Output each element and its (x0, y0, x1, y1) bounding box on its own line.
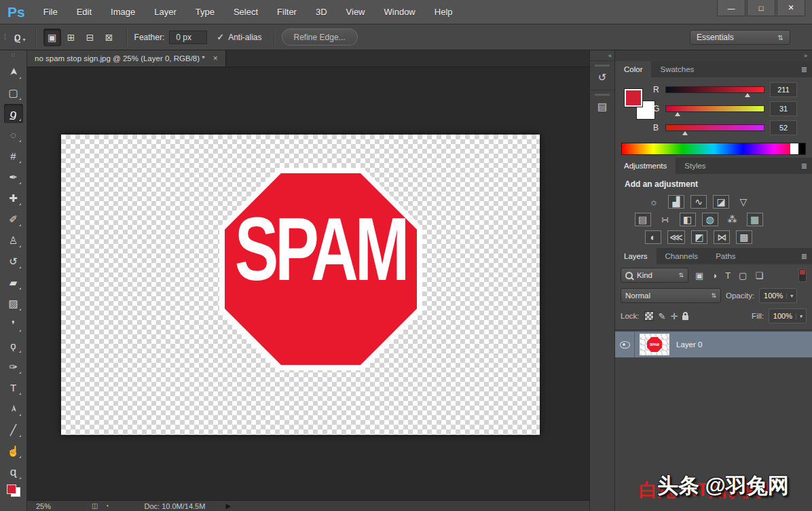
slider-track[interactable] (665, 86, 764, 93)
channel-value-field[interactable]: 211 (770, 82, 797, 97)
subtract-from-selection-mode[interactable]: ⊟ (81, 29, 99, 46)
gradient-tool[interactable]: ▨ (4, 294, 23, 313)
status-icon-a[interactable]: ◫ (92, 502, 98, 510)
panel-menu-icon[interactable]: ≣ (801, 65, 807, 74)
rectangular-marquee-tool[interactable]: ▢ (4, 83, 23, 102)
brush-tool[interactable]: ✐ (4, 209, 23, 228)
visibility-cell[interactable] (615, 332, 635, 357)
menu-filter[interactable]: Filter (277, 7, 297, 17)
panel-menu-icon[interactable]: ≣ (801, 252, 807, 261)
tab-adjustments[interactable]: Adjustments (615, 158, 676, 174)
menu-help[interactable]: Help (435, 7, 453, 17)
filter-kind-dropdown[interactable]: Kind ⇅ (621, 268, 688, 283)
menu-view[interactable]: View (346, 7, 365, 17)
fill-field[interactable]: 100% ▾ (769, 309, 807, 323)
clone-stamp-tool[interactable]: ♙ (4, 230, 23, 249)
expand-dock-icon[interactable]: « (590, 50, 614, 60)
tab-channels[interactable]: Channels (657, 248, 707, 264)
document-size-readout[interactable]: Doc: 10.0M/14.5M (145, 502, 206, 510)
levels-icon[interactable]: ▟ (668, 195, 684, 209)
line-tool[interactable]: ╱ (4, 420, 23, 439)
path-selection-tool[interactable]: ➢ (4, 399, 23, 418)
collapsed-history-panel-button[interactable]: ↺ (590, 60, 614, 90)
color-spectrum-ramp[interactable] (621, 143, 806, 155)
feather-input[interactable]: 0 px (169, 31, 207, 44)
document-tab[interactable]: no spam stop sign.jpg @ 25% (Layer 0, RG… (27, 50, 226, 67)
color-lookup-icon[interactable]: ▦ (747, 213, 763, 226)
menu-type[interactable]: Type (196, 7, 215, 17)
photo-filter-icon[interactable]: ◍ (702, 213, 718, 226)
status-icon-b[interactable]: ◔ (105, 502, 109, 510)
history-brush-tool[interactable]: ↺ (4, 251, 23, 270)
eyedropper-tool[interactable]: ✒ (4, 167, 23, 186)
collapsed-properties-panel-button[interactable]: ▤ (590, 90, 614, 119)
collapse-dock-icon[interactable]: » (615, 50, 812, 61)
add-to-selection-mode[interactable]: ⊞ (62, 29, 80, 46)
menu-file[interactable]: File (43, 7, 58, 17)
posterize-icon[interactable]: ⋘ (667, 230, 685, 244)
layer-thumbnail[interactable]: SPAM (640, 334, 669, 355)
menu-select[interactable]: Select (234, 7, 258, 17)
pen-tool[interactable]: ✑ (4, 357, 23, 376)
zoom-tool[interactable]: ɋ (4, 462, 23, 481)
slider-thumb[interactable] (745, 93, 750, 97)
antialias-checkbox[interactable]: ✓ (217, 32, 224, 42)
curves-icon[interactable]: ∿ (690, 195, 707, 209)
slider-track[interactable] (665, 124, 764, 131)
refine-edge-button[interactable]: Refine Edge... (282, 29, 358, 46)
slider-thumb[interactable] (675, 112, 680, 116)
lock-paint-icon[interactable]: ✎ (659, 311, 666, 321)
smart-object-filter-icon[interactable]: ❏ (755, 270, 763, 281)
tab-styles[interactable]: Styles (676, 158, 714, 174)
spot-healing-brush-tool[interactable]: ✚ (4, 188, 23, 207)
foreground-color-swatch[interactable] (7, 484, 16, 494)
menu-edit[interactable]: Edit (77, 7, 92, 17)
hand-tool[interactable]: ☝ (4, 441, 23, 460)
quick-selection-tool[interactable]: ◌ (4, 125, 23, 144)
color-balance-icon[interactable]: ∺ (657, 213, 673, 226)
black-white-icon[interactable]: ◧ (680, 213, 696, 226)
close-tab-icon[interactable]: × (213, 54, 218, 63)
shape-layer-filter-icon[interactable]: ▢ (739, 270, 747, 281)
opacity-field[interactable]: 100% ▾ (759, 288, 797, 303)
invert-icon[interactable]: ◐ (645, 230, 661, 244)
menu-layer[interactable]: Layer (154, 7, 177, 17)
minimize-button[interactable]: — (717, 0, 745, 16)
tab-swatches[interactable]: Swatches (651, 61, 703, 77)
brightness-contrast-icon[interactable]: ☼ (646, 195, 662, 209)
pixel-layer-filter-icon[interactable]: ▣ (695, 270, 703, 281)
blur-tool[interactable]: ❜ (4, 315, 23, 334)
tab-color[interactable]: Color (615, 61, 651, 77)
lock-all-icon[interactable] (682, 315, 688, 320)
threshold-icon[interactable]: ◩ (691, 230, 707, 244)
type-layer-filter-icon[interactable]: T (725, 270, 731, 281)
status-caret-icon[interactable]: ▶ (225, 502, 231, 510)
dodge-tool[interactable]: ϙ (4, 336, 23, 355)
tab-layers[interactable]: Layers (615, 248, 657, 264)
maximize-button[interactable]: □ (747, 0, 775, 16)
eraser-tool[interactable]: ▰ (4, 272, 23, 292)
crop-tool[interactable]: # (4, 146, 23, 165)
move-tool[interactable]: ➤ (4, 62, 23, 81)
hue-saturation-icon[interactable]: ▤ (635, 213, 651, 226)
selective-color-icon[interactable]: ⋈ (714, 230, 730, 244)
workspace-switcher[interactable]: Essentials ⇅ (690, 30, 790, 45)
new-selection-mode[interactable]: ▣ (43, 29, 61, 46)
slider-track[interactable] (665, 105, 764, 112)
white-swatch[interactable] (790, 143, 798, 154)
intersect-selection-mode[interactable]: ⊠ (100, 29, 118, 46)
panel-menu-icon[interactable]: ≣ (801, 162, 807, 171)
tab-paths[interactable]: Paths (707, 248, 744, 264)
lasso-tool[interactable]: ϱ (4, 104, 23, 123)
channel-mixer-icon[interactable]: ⁂ (724, 213, 741, 226)
black-swatch[interactable] (798, 143, 805, 154)
lock-transparency-icon[interactable] (644, 311, 654, 321)
zoom-level-field[interactable]: 25% (36, 502, 59, 510)
layer-row[interactable]: SPAM Layer 0 (615, 332, 812, 357)
layer-name[interactable]: Layer 0 (676, 340, 702, 349)
vibrance-icon[interactable]: ▽ (735, 195, 752, 209)
close-button[interactable]: ✕ (777, 0, 805, 16)
layer-filter-toggle[interactable] (798, 268, 807, 282)
channel-value-field[interactable]: 52 (770, 120, 797, 135)
menu-image[interactable]: Image (111, 7, 135, 17)
